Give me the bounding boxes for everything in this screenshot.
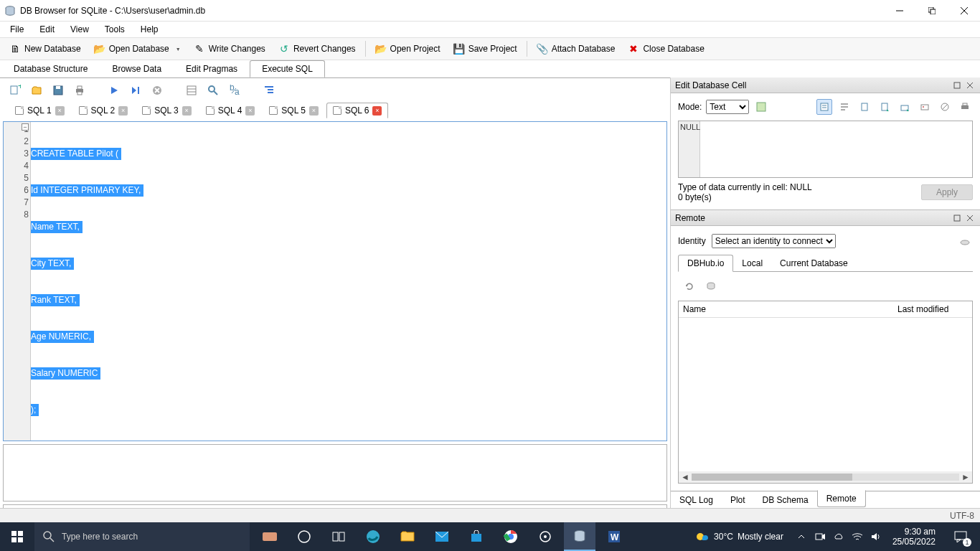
save-sql-button[interactable]	[50, 83, 66, 98]
auto-switch-icon[interactable]	[753, 99, 769, 115]
save-results-button[interactable]	[184, 83, 199, 98]
clone-icon[interactable]	[705, 281, 717, 292]
close-icon[interactable]: ×	[55, 106, 65, 116]
menu-edit[interactable]: Edit	[32, 23, 62, 36]
tray-wifi-icon[interactable]	[851, 530, 864, 543]
sql-tab-6[interactable]: SQL 6×	[326, 103, 389, 118]
close-icon[interactable]: ×	[118, 106, 128, 116]
export-icon[interactable]	[897, 99, 913, 115]
column-name[interactable]: Name	[679, 301, 893, 317]
print-button[interactable]	[72, 83, 88, 98]
close-panel-icon[interactable]	[964, 80, 976, 91]
find-replace-button[interactable]: ba	[227, 83, 242, 98]
menu-file[interactable]: File	[3, 23, 31, 36]
weather-widget[interactable]: 30°C Mostly clear	[695, 529, 783, 544]
close-icon[interactable]: ×	[372, 106, 382, 116]
close-database-button[interactable]: ✖Close Database	[621, 40, 710, 57]
open-sql-file-button[interactable]	[29, 83, 44, 98]
output-log[interactable]: Execution finished without errors. Resul…	[3, 504, 667, 508]
sql-tab-4[interactable]: SQL 4×	[199, 103, 262, 118]
mode-select[interactable]: Text	[706, 100, 749, 114]
identity-select[interactable]: Select an identity to connect	[712, 234, 836, 248]
system-clock[interactable]: 9:30 am 25/05/2022	[888, 527, 940, 547]
menu-tools[interactable]: Tools	[98, 23, 132, 36]
remote-tab-local[interactable]: Local	[733, 255, 771, 271]
column-modified[interactable]: Last modified	[893, 301, 972, 317]
tray-volume-icon[interactable]	[870, 530, 882, 543]
scroll-track[interactable]	[692, 474, 959, 481]
menu-help[interactable]: Help	[133, 23, 166, 36]
justify-icon[interactable]	[837, 99, 852, 115]
execute-all-button[interactable]	[106, 83, 122, 98]
stop-button[interactable]	[149, 83, 165, 98]
maximize-button[interactable]	[915, 0, 948, 22]
new-database-button[interactable]: 🗎New Database	[3, 40, 88, 57]
close-icon[interactable]: ×	[309, 106, 319, 116]
taskbar-settings-icon[interactable]	[529, 522, 561, 551]
revert-changes-button[interactable]: ↺Revert Changes	[272, 40, 362, 57]
tab-edit-pragmas[interactable]: Edit Pragmas	[174, 60, 250, 77]
cell-print-icon[interactable]	[957, 99, 973, 115]
horizontal-scrollbar[interactable]: ◄ ►	[679, 471, 972, 483]
taskbar-explorer-icon[interactable]	[392, 522, 423, 551]
bottom-tab-remote[interactable]: Remote	[817, 490, 866, 507]
scroll-thumb[interactable]	[692, 474, 852, 481]
taskbar-news-icon[interactable]	[254, 522, 286, 551]
new-tab-button[interactable]: +	[7, 83, 23, 98]
undock-icon[interactable]	[951, 80, 963, 91]
close-icon[interactable]: ×	[182, 106, 192, 116]
close-icon[interactable]: ×	[245, 106, 255, 116]
indent-button[interactable]	[261, 83, 277, 98]
taskbar-cortana-icon[interactable]	[288, 522, 320, 551]
sql-editor[interactable]: 12345678 − CREATE TABLE Pilot ( Id INTEG…	[3, 121, 667, 441]
open-database-button[interactable]: 📂Open Database▼	[88, 40, 187, 57]
fold-icon[interactable]: −	[22, 123, 29, 131]
remote-tab-current[interactable]: Current Database	[771, 255, 857, 271]
tray-onedrive-icon[interactable]	[832, 530, 845, 543]
bottom-tab-sql-log[interactable]: SQL Log	[671, 492, 722, 508]
taskbar-store-icon[interactable]	[461, 522, 492, 551]
taskbar-search[interactable]: Type here to search	[34, 522, 250, 551]
null-icon[interactable]	[937, 99, 953, 115]
code-area[interactable]: CREATE TABLE Pilot ( Id INTEGER PRIMARY …	[31, 122, 666, 441]
image-icon[interactable]	[917, 99, 933, 115]
sql-tab-3[interactable]: SQL 3×	[136, 103, 198, 118]
cloud-icon[interactable]	[957, 233, 973, 249]
attach-database-button[interactable]: 📎Attach Database	[530, 40, 622, 57]
execute-line-button[interactable]	[128, 83, 143, 98]
apply-button[interactable]: Apply	[921, 184, 973, 200]
save-project-button[interactable]: 💾Save Project	[447, 40, 524, 57]
tray-meet-icon[interactable]	[814, 530, 826, 543]
taskbar-sqlite-icon[interactable]	[564, 522, 595, 551]
scroll-left-icon[interactable]: ◄	[680, 472, 690, 482]
close-window-button[interactable]	[948, 0, 980, 22]
tab-browse-data[interactable]: Browse Data	[100, 60, 174, 77]
export-doc-icon[interactable]	[877, 99, 892, 115]
tab-execute-sql[interactable]: Execute SQL	[250, 60, 325, 77]
import-icon[interactable]	[857, 99, 872, 115]
scroll-right-icon[interactable]: ►	[961, 472, 971, 482]
minimize-button[interactable]	[883, 0, 915, 22]
close-panel-icon[interactable]	[964, 212, 976, 224]
tab-database-structure[interactable]: Database Structure	[1, 60, 100, 77]
menu-view[interactable]: View	[63, 23, 96, 36]
start-button[interactable]	[0, 522, 34, 551]
open-project-button[interactable]: 📂Open Project	[369, 40, 447, 57]
write-changes-button[interactable]: ✎Write Changes	[187, 40, 272, 57]
refresh-icon[interactable]	[684, 281, 695, 292]
taskbar-taskview-icon[interactable]	[323, 522, 354, 551]
sql-tab-5[interactable]: SQL 5×	[263, 103, 325, 118]
tray-chevron-icon[interactable]	[795, 530, 808, 543]
sql-tab-1[interactable]: SQL 1×	[9, 103, 71, 118]
text-mode-icon[interactable]	[816, 99, 832, 115]
undock-icon[interactable]	[951, 212, 963, 224]
bottom-tab-plot[interactable]: Plot	[722, 492, 754, 508]
taskbar-word-icon[interactable]: W	[598, 522, 630, 551]
notification-button[interactable]: 1	[946, 522, 976, 551]
remote-tab-dbhub[interactable]: DBHub.io	[678, 255, 733, 272]
bottom-tab-db-schema[interactable]: DB Schema	[754, 492, 817, 508]
find-button[interactable]	[205, 83, 221, 98]
taskbar-chrome-icon[interactable]	[495, 522, 527, 551]
taskbar-edge-icon[interactable]	[357, 522, 389, 551]
taskbar-mail-icon[interactable]	[426, 522, 458, 551]
